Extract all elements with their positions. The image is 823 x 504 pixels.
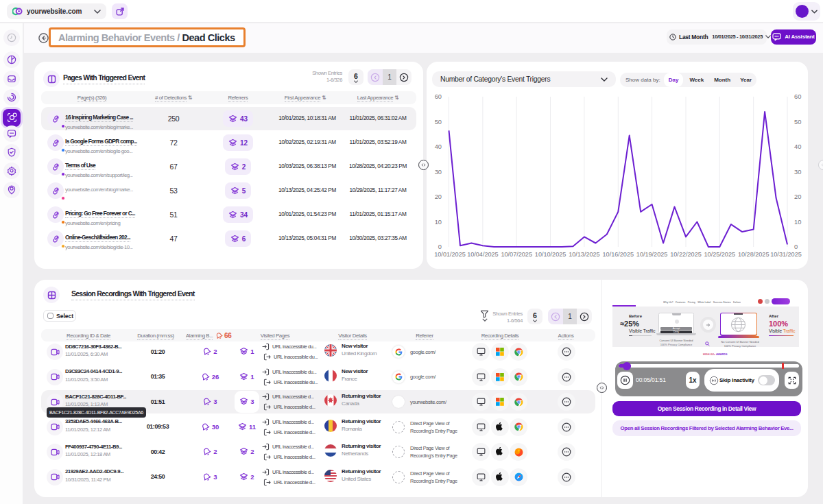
svg-text:10/04/2025: 10/04/2025 [467,251,499,258]
svg-text:10/22/2025: 10/22/2025 [670,251,702,258]
svg-text:10/31/2025: 10/31/2025 [770,251,802,258]
svg-text:10: 10 [435,219,442,226]
svg-text:10/16/2025: 10/16/2025 [603,251,634,258]
svg-text:10/07/2025: 10/07/2025 [501,251,532,258]
svg-text:0: 0 [438,243,442,250]
svg-text:40: 40 [435,143,442,150]
svg-text:10/28/2025: 10/28/2025 [738,251,770,258]
svg-text:60: 60 [435,93,442,100]
svg-text:10/01/2025: 10/01/2025 [434,251,466,258]
svg-text:10/13/2025: 10/13/2025 [569,251,600,258]
svg-text:50: 50 [794,119,801,125]
svg-text:10/25/2025: 10/25/2025 [704,251,736,258]
svg-text:10/19/2025: 10/19/2025 [636,251,668,258]
svg-text:20: 20 [794,193,801,200]
svg-text:60: 60 [794,93,801,100]
svg-text:30: 30 [435,169,442,176]
svg-text:30: 30 [794,169,801,176]
svg-text:50: 50 [435,119,442,125]
svg-text:20: 20 [435,193,442,200]
svg-text:10: 10 [794,219,801,226]
svg-text:0: 0 [794,243,798,250]
svg-text:10/10/2025: 10/10/2025 [535,251,566,258]
svg-text:40: 40 [794,143,801,150]
